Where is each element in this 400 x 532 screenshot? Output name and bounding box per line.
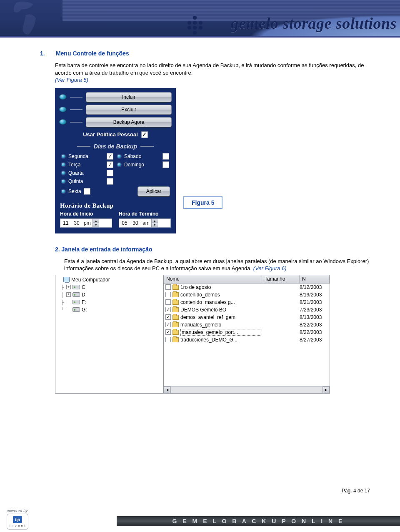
list-item-checkbox[interactable] bbox=[165, 337, 171, 342]
scroll-left-arrow[interactable]: ◄ bbox=[164, 386, 171, 393]
aplicar-button[interactable]: Aplicar bbox=[138, 186, 170, 196]
day-checkbox-quinta[interactable] bbox=[107, 178, 113, 185]
list-item-name[interactable]: contenido_demos bbox=[180, 292, 262, 298]
list-item[interactable]: contenido_demos8/19/2003 bbox=[164, 291, 330, 299]
col-date[interactable]: N bbox=[300, 275, 330, 283]
explorer-list: Nome Tamanho N 1ro de agosto8/12/2003con… bbox=[164, 275, 330, 393]
section-1-heading: 1. Menu Controle de funções bbox=[40, 50, 370, 57]
hora-inicio-mm[interactable] bbox=[71, 219, 82, 227]
list-item[interactable]: traducciones_DEMO_G...8/27/2003 bbox=[164, 336, 330, 344]
incluir-button[interactable]: Incluir bbox=[86, 92, 172, 102]
day-checkbox-sexta[interactable] bbox=[84, 188, 90, 195]
list-item-checkbox[interactable] bbox=[165, 329, 171, 335]
list-item-checkbox[interactable] bbox=[165, 322, 171, 327]
list-item[interactable]: DEMOS Gemelo BO7/23/2003 bbox=[164, 306, 330, 314]
tree-drive-label[interactable]: D: bbox=[82, 292, 87, 298]
tree-expand-icon[interactable]: + bbox=[66, 285, 71, 289]
list-item-name[interactable]: manuales_gemelo_port... bbox=[180, 329, 262, 336]
section-1-title: Menu Controle de funções bbox=[56, 50, 129, 57]
connector-line bbox=[70, 109, 82, 110]
radio-icon bbox=[117, 154, 122, 159]
section-2-body-text: Esta é a janela central da Agenda de Bac… bbox=[64, 258, 369, 272]
led-icon bbox=[59, 94, 67, 100]
col-nome[interactable]: Nome bbox=[164, 275, 262, 283]
explorer-tree[interactable]: Meu Computador ├+C:├+D:├F:└G: bbox=[55, 275, 164, 393]
day-checkbox-segunda[interactable] bbox=[107, 153, 113, 160]
section-2-heading: 2. Janela de entrada de informação bbox=[55, 246, 370, 253]
day-label-quarta: Quarta bbox=[68, 170, 84, 176]
top-banner: gemelo storage solutions bbox=[0, 0, 400, 38]
list-item-checkbox[interactable] bbox=[165, 307, 171, 312]
radio-icon bbox=[61, 171, 66, 176]
folder-icon bbox=[172, 315, 179, 320]
section-1-ref: (Ver Figura 5) bbox=[55, 77, 88, 83]
list-item-checkbox[interactable] bbox=[165, 299, 171, 305]
list-item[interactable]: manuales_gemelo_port...8/22/2003 bbox=[164, 329, 330, 336]
drive-icon bbox=[72, 292, 80, 297]
hora-termino-spinner[interactable]: ▲▼ bbox=[151, 219, 158, 227]
list-item[interactable]: contenido_manuales g...8/21/2003 bbox=[164, 299, 330, 306]
hora-inicio-label: Hora de Inicio bbox=[60, 211, 112, 217]
hora-inicio-hh[interactable] bbox=[60, 219, 71, 227]
day-label-domingo: Domingo bbox=[124, 162, 144, 168]
list-item[interactable]: demos_avantel_ref_gem8/13/2003 bbox=[164, 314, 330, 321]
day-checkbox-quarta[interactable] bbox=[107, 170, 113, 176]
section-1-number: 1. bbox=[40, 50, 54, 57]
list-item-checkbox[interactable] bbox=[165, 314, 171, 320]
backup-agora-button[interactable]: Backup Agora bbox=[86, 117, 172, 127]
hora-termino-label: Hora de Término bbox=[119, 211, 171, 217]
page-footer: powered by hp i n v e n t G E M E L O B … bbox=[0, 512, 400, 532]
control-panel: Incluir Excluir Backup Agora Usar Políti… bbox=[55, 88, 176, 233]
list-item[interactable]: manuales_gemelo8/22/2003 bbox=[164, 321, 330, 329]
connector-line bbox=[70, 122, 82, 123]
radio-icon bbox=[61, 179, 66, 184]
excluir-button[interactable]: Excluir bbox=[86, 105, 172, 115]
hora-termino-hh[interactable] bbox=[119, 219, 130, 227]
drive-icon bbox=[72, 307, 80, 312]
hora-inicio-field[interactable]: pm ▲▼ bbox=[60, 218, 112, 228]
tree-drive-label[interactable]: F: bbox=[82, 299, 86, 305]
list-item-checkbox[interactable] bbox=[165, 292, 171, 297]
horizontal-scrollbar[interactable]: ◄ ► bbox=[164, 386, 330, 393]
hp-invent-label: i n v e n t bbox=[10, 524, 25, 527]
list-header[interactable]: Nome Tamanho N bbox=[164, 275, 330, 284]
tree-expand-icon[interactable]: + bbox=[66, 292, 71, 297]
powered-by-label: powered by bbox=[7, 509, 42, 513]
tree-drive-label[interactable]: G: bbox=[82, 307, 87, 313]
folder-icon bbox=[172, 307, 179, 312]
tree-drive-label[interactable]: C: bbox=[82, 284, 87, 290]
list-item-date: 8/22/2003 bbox=[300, 322, 330, 328]
hora-termino-mm[interactable] bbox=[130, 219, 141, 227]
scroll-track[interactable] bbox=[171, 386, 322, 393]
figure-5-caption: Figura 5 bbox=[183, 196, 222, 209]
tree-connector: ├ bbox=[60, 300, 65, 305]
section-1-body-text: Esta barra de controle se encontra no la… bbox=[55, 62, 364, 76]
day-label-sexta: Sexta bbox=[68, 188, 81, 194]
list-item[interactable]: 1ro de agosto8/12/2003 bbox=[164, 284, 330, 291]
col-tamanho[interactable]: Tamanho bbox=[262, 275, 300, 283]
scroll-right-arrow[interactable]: ► bbox=[322, 386, 330, 393]
folder-icon bbox=[172, 337, 179, 342]
day-checkbox-domingo[interactable] bbox=[162, 161, 169, 168]
hora-termino-ampm[interactable]: am bbox=[141, 220, 151, 226]
day-label-quinta: Quinta bbox=[68, 178, 83, 184]
hora-inicio-spinner[interactable]: ▲▼ bbox=[92, 219, 99, 227]
usar-politica-checkbox[interactable] bbox=[141, 131, 148, 138]
radio-icon bbox=[61, 154, 66, 159]
hora-termino-field[interactable]: am ▲▼ bbox=[119, 218, 171, 228]
list-item-name[interactable]: DEMOS Gemelo BO bbox=[180, 307, 262, 313]
day-checkbox-sabado[interactable] bbox=[162, 153, 169, 160]
hp-logo-mark: hp bbox=[13, 516, 22, 523]
tree-root-label[interactable]: Meu Computador bbox=[71, 277, 110, 283]
day-label-sabado: Sábado bbox=[124, 153, 141, 159]
list-item-date: 8/22/2003 bbox=[300, 329, 330, 335]
list-item-name[interactable]: 1ro de agosto bbox=[180, 284, 262, 290]
list-item-checkbox[interactable] bbox=[165, 284, 171, 290]
list-item-name[interactable]: manuales_gemelo bbox=[180, 322, 262, 328]
list-item-name[interactable]: contenido_manuales g... bbox=[180, 299, 262, 305]
list-item-name[interactable]: traducciones_DEMO_G... bbox=[180, 337, 262, 343]
list-item-name[interactable]: demos_avantel_ref_gem bbox=[180, 314, 262, 320]
connector-line bbox=[70, 97, 82, 98]
day-checkbox-terca[interactable] bbox=[107, 161, 113, 168]
hora-inicio-ampm[interactable]: pm bbox=[82, 220, 92, 226]
